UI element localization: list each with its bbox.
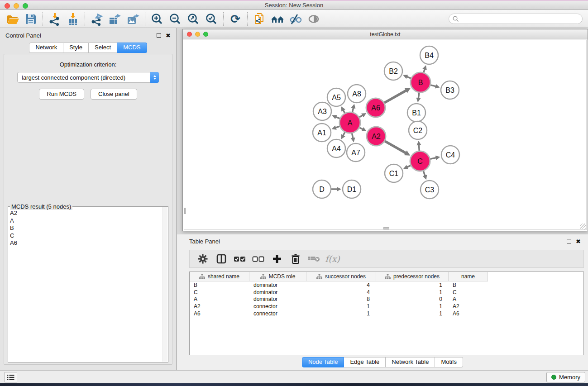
- network-graph[interactable]: B4B2BB3A8A5A6A3B1AC2A1A2A4A7C4CC1DD1C3: [184, 40, 587, 230]
- float-table-panel-icon[interactable]: [567, 239, 571, 243]
- table-row[interactable]: Adominator80A: [190, 296, 583, 303]
- table-cell[interactable]: A: [190, 296, 249, 302]
- table-cell[interactable]: A6: [190, 310, 249, 317]
- save-session-button[interactable]: [22, 11, 40, 27]
- task-history-button[interactable]: [5, 372, 17, 382]
- column-header-name[interactable]: name: [449, 272, 488, 281]
- open-file-button[interactable]: [4, 11, 22, 27]
- close-panel-icon[interactable]: ✖: [166, 33, 171, 38]
- show-graphics-details-button[interactable]: [305, 11, 323, 27]
- edge-C-C4[interactable]: [430, 157, 437, 159]
- search-input[interactable]: [449, 14, 583, 24]
- network-close-icon[interactable]: [187, 32, 192, 37]
- result-item[interactable]: B: [10, 224, 167, 232]
- zoom-out-button[interactable]: [166, 11, 184, 27]
- zoom-fit-button[interactable]: [184, 11, 202, 27]
- network-view-window[interactable]: testGlobe.txt B4B2BB3A8A5A6A3B1AC2A1A2A4…: [182, 29, 588, 231]
- table-cell[interactable]: A6: [449, 310, 488, 317]
- table-cell[interactable]: dominator: [249, 282, 306, 288]
- result-item[interactable]: A6: [10, 239, 167, 247]
- table-cell[interactable]: A2: [190, 303, 249, 310]
- show-column-button[interactable]: [213, 252, 229, 266]
- network-window-titlebar[interactable]: testGlobe.txt: [183, 29, 588, 39]
- table-cell[interactable]: C: [190, 289, 249, 295]
- column-header-shared-name[interactable]: shared name: [190, 272, 249, 281]
- table-row[interactable]: A2connector11A2: [190, 303, 583, 310]
- table-settings-button[interactable]: [194, 252, 211, 266]
- close-panel-button[interactable]: Close panel: [91, 89, 137, 100]
- table-cell[interactable]: 4: [306, 289, 376, 295]
- float-panel-icon[interactable]: [157, 33, 161, 38]
- table-cell[interactable]: C: [449, 289, 488, 295]
- close-window-icon[interactable]: [5, 3, 10, 9]
- tab-motifs[interactable]: Motifs: [435, 357, 463, 367]
- home-button[interactable]: [268, 11, 287, 27]
- tab-network[interactable]: Network: [29, 43, 63, 53]
- edge-C-C2[interactable]: [419, 144, 419, 151]
- zoom-selected-button[interactable]: [202, 11, 220, 27]
- tab-node-table[interactable]: Node Table: [302, 357, 344, 367]
- table-cell[interactable]: 1: [376, 289, 449, 295]
- network-horizontal-scrollbar[interactable]: [383, 227, 389, 229]
- edge-A6-B[interactable]: [384, 90, 406, 103]
- table-cell[interactable]: 1: [306, 303, 376, 310]
- window-resize-grip[interactable]: [580, 224, 586, 229]
- criterion-select[interactable]: largest connected component (directed): [17, 72, 159, 83]
- result-item[interactable]: A2: [10, 210, 167, 217]
- table-cell[interactable]: B: [449, 282, 488, 288]
- apply-function-button[interactable]: f(x): [324, 252, 341, 266]
- run-mcds-button[interactable]: Run MCDS: [39, 89, 84, 100]
- table-cell[interactable]: connector: [249, 310, 306, 317]
- table-cell[interactable]: 1: [376, 282, 449, 288]
- network-canvas[interactable]: B4B2BB3A8A5A6A3B1AC2A1A2A4A7C4CC1DD1C3: [184, 40, 587, 230]
- close-table-panel-icon[interactable]: ✖: [576, 238, 581, 244]
- node-table[interactable]: shared nameMCDS rolesuccessor nodesprede…: [189, 272, 584, 355]
- table-row[interactable]: Cdominator41C: [190, 289, 583, 296]
- table-cell[interactable]: B: [190, 282, 249, 288]
- zoom-window-icon[interactable]: [23, 3, 28, 9]
- export-network-button[interactable]: [88, 11, 106, 27]
- new-session-from-network-button[interactable]: [250, 11, 268, 27]
- table-cell[interactable]: A: [449, 296, 488, 302]
- tab-network-table[interactable]: Network Table: [386, 357, 435, 367]
- network-minimize-icon[interactable]: [195, 32, 200, 37]
- add-column-button[interactable]: [268, 252, 285, 266]
- column-header-successor-nodes[interactable]: successor nodes: [306, 272, 376, 281]
- memory-button[interactable]: Memory: [546, 372, 585, 382]
- delete-column-button[interactable]: [287, 252, 304, 266]
- edge-B-B1[interactable]: [418, 93, 419, 99]
- export-image-button[interactable]: [124, 11, 142, 27]
- table-cell[interactable]: 1: [306, 310, 376, 317]
- export-table-button[interactable]: [106, 11, 124, 27]
- table-cell[interactable]: 1: [376, 310, 449, 317]
- column-header-predecessor-nodes[interactable]: predecessor nodes: [376, 272, 449, 281]
- network-zoom-icon[interactable]: [203, 32, 208, 37]
- deselect-all-button[interactable]: [250, 252, 267, 266]
- table-cell[interactable]: 0: [376, 296, 449, 302]
- result-scrollbar[interactable]: [163, 207, 167, 362]
- column-header-MCDS-role[interactable]: MCDS role: [249, 272, 306, 281]
- result-item[interactable]: A: [10, 217, 167, 225]
- table-cell[interactable]: A2: [449, 303, 488, 310]
- edge-A2-C[interactable]: [385, 141, 406, 153]
- result-item[interactable]: C: [10, 232, 167, 240]
- network-vertical-scrollbar[interactable]: [184, 208, 186, 214]
- table-cell[interactable]: dominator: [249, 289, 306, 295]
- minimize-window-icon[interactable]: [14, 3, 19, 9]
- mcds-result-list[interactable]: A2ABCA6: [8, 207, 168, 247]
- import-table-button[interactable]: [64, 11, 82, 27]
- table-cell[interactable]: dominator: [249, 296, 306, 302]
- tab-select[interactable]: Select: [89, 43, 117, 53]
- table-cell[interactable]: 1: [376, 303, 449, 310]
- tab-mcds[interactable]: MCDS: [117, 43, 147, 53]
- tab-edge-table[interactable]: Edge Table: [344, 357, 386, 367]
- table-cell[interactable]: 8: [306, 296, 376, 302]
- refresh-button[interactable]: ⟳: [226, 11, 244, 27]
- select-all-button[interactable]: [231, 252, 248, 266]
- tab-style[interactable]: Style: [63, 43, 89, 53]
- table-cell[interactable]: connector: [249, 303, 306, 310]
- delete-table-button[interactable]: [306, 252, 322, 266]
- zoom-in-button[interactable]: [148, 11, 166, 27]
- hide-graphics-details-button[interactable]: [287, 11, 305, 27]
- import-network-button[interactable]: [46, 11, 64, 27]
